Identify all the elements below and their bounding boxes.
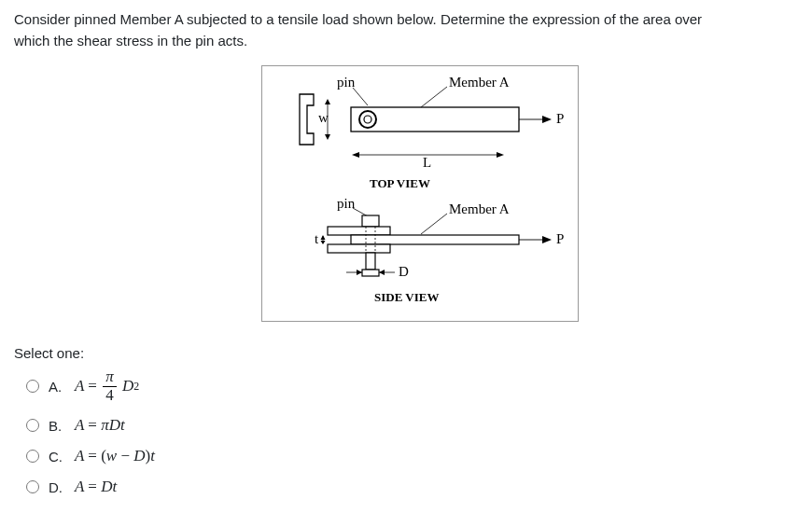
svg-line-14 <box>421 214 447 234</box>
option-a-radio[interactable] <box>26 380 39 393</box>
caption-side: SIDE VIEW <box>374 290 439 304</box>
svg-marker-3 <box>325 99 330 104</box>
option-b-letter: B. <box>49 418 65 434</box>
figure-diagram: pin Member A w P L TOP VIEW pin Member A <box>261 65 579 322</box>
svg-rect-18 <box>328 244 390 253</box>
svg-rect-16 <box>328 227 390 235</box>
label-P-side: P <box>556 231 564 246</box>
option-a-math: A = π4 D2 <box>75 368 139 404</box>
svg-line-0 <box>353 88 368 105</box>
svg-marker-32 <box>379 270 385 275</box>
label-pin-side: pin <box>337 196 356 211</box>
label-t: t <box>315 231 319 246</box>
svg-rect-15 <box>362 215 379 227</box>
label-w: w <box>318 110 329 125</box>
label-L: L <box>423 155 431 170</box>
option-c-radio[interactable] <box>26 450 39 463</box>
svg-marker-30 <box>357 270 362 275</box>
svg-point-7 <box>364 116 371 123</box>
options-group: A. A = π4 D2 B. A = πDt C. A = (w − D)t … <box>26 368 155 508</box>
svg-marker-24 <box>321 235 326 240</box>
question-line1: Consider pinned Member A subjected to a … <box>14 11 702 27</box>
svg-rect-21 <box>366 253 375 270</box>
question-text: Consider pinned Member A subjected to a … <box>14 9 798 51</box>
svg-rect-22 <box>362 270 379 276</box>
option-c[interactable]: C. A = (w − D)t <box>26 447 155 465</box>
option-a-letter: A. <box>49 379 65 395</box>
svg-marker-26 <box>321 241 326 244</box>
option-d[interactable]: D. A = Dt <box>26 478 155 496</box>
svg-rect-17 <box>351 235 519 244</box>
caption-top: TOP VIEW <box>370 176 430 190</box>
label-memberA-side: Member A <box>449 201 510 216</box>
option-d-math: A = Dt <box>75 478 117 496</box>
option-a[interactable]: A. A = π4 D2 <box>26 368 155 404</box>
svg-marker-11 <box>352 152 359 158</box>
select-one-label: Select one: <box>14 345 84 361</box>
option-b[interactable]: B. A = πDt <box>26 416 155 435</box>
label-pin-top: pin <box>337 75 356 90</box>
option-d-letter: D. <box>49 479 65 495</box>
label-P-top: P <box>556 111 564 126</box>
label-D: D <box>399 264 409 279</box>
label-memberA-top: Member A <box>449 75 510 90</box>
svg-marker-9 <box>542 116 552 123</box>
svg-line-1 <box>421 87 447 107</box>
option-c-letter: C. <box>49 449 65 465</box>
svg-marker-4 <box>325 134 330 140</box>
svg-marker-28 <box>542 236 552 243</box>
svg-marker-12 <box>497 152 504 158</box>
option-d-radio[interactable] <box>26 480 39 493</box>
option-c-math: A = (w − D)t <box>75 447 155 465</box>
option-b-radio[interactable] <box>26 419 39 432</box>
option-b-math: A = πDt <box>75 416 125 435</box>
question-line2: which the shear stress in the pin acts. <box>14 33 247 49</box>
